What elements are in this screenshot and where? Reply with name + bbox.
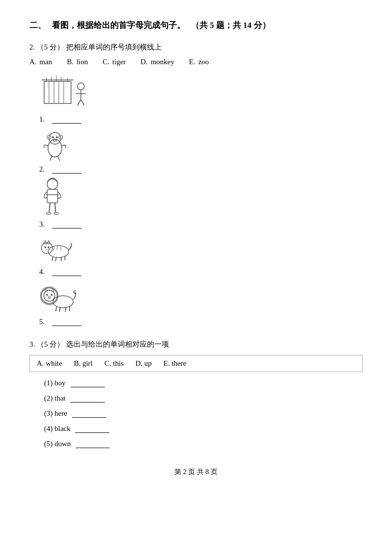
fill-item-5: (5) down — [44, 440, 363, 448]
question-2-label: 2. （5 分） 把相应单词的序号填到横线上 — [29, 43, 363, 52]
svg-marker-37 — [47, 240, 50, 244]
image-item-4: 4. — [39, 232, 363, 276]
fill-answer-line-2[interactable] — [71, 395, 105, 403]
item-number-5: 5. — [39, 318, 49, 326]
fill-item-1: (1) boy — [44, 379, 363, 387]
question-3: 3. （5 分） 选出与给出的单词相对应的一项 A. white B. girl… — [29, 340, 363, 448]
svg-point-21 — [56, 136, 58, 138]
fill-item-3-word: here — [54, 409, 67, 417]
svg-point-23 — [53, 140, 54, 141]
option-e-zoo: E. zoo — [189, 58, 209, 66]
section-number: 二、 — [29, 20, 46, 31]
fill-item-4-number: (4) — [44, 425, 53, 432]
question-2: 2. （5 分） 把相应单词的序号填到横线上 A. man B. lion C.… — [29, 43, 363, 330]
svg-point-52 — [50, 294, 52, 296]
question-2-options: A. man B. lion C. tiger D. monkey E. zoo — [29, 58, 363, 66]
q3-option-c: C. this — [104, 359, 123, 368]
zoo-image — [39, 74, 93, 113]
section-score: （共 5 题；共 14 分） — [191, 20, 270, 31]
svg-point-11 — [77, 83, 84, 90]
answer-line-2[interactable] — [52, 165, 81, 174]
svg-point-20 — [52, 136, 54, 138]
svg-point-53 — [48, 296, 51, 298]
fill-answer-line-1[interactable] — [71, 379, 105, 387]
item-number-3: 3. — [39, 220, 49, 228]
svg-rect-0 — [44, 81, 71, 103]
fill-item-1-word: boy — [54, 379, 66, 387]
svg-point-60 — [74, 291, 76, 294]
fill-answer-line-4[interactable] — [75, 425, 109, 433]
item-number-4: 4. — [39, 268, 49, 276]
svg-point-24 — [55, 140, 56, 141]
svg-marker-36 — [44, 240, 47, 244]
fill-item-4: (4) black — [44, 425, 363, 433]
svg-line-41 — [57, 246, 58, 250]
svg-line-42 — [61, 246, 61, 251]
question-3-options-box: A. white B. girl C. this D. up E. there — [29, 355, 363, 372]
q3-option-a: A. white — [37, 359, 62, 368]
answer-line-5[interactable] — [52, 317, 81, 326]
svg-point-38 — [45, 247, 47, 249]
fill-item-list: (1) boy (2) that (3) here (4) black (5) … — [44, 379, 363, 448]
svg-line-45 — [61, 257, 62, 261]
fill-item-2: (2) that — [44, 394, 363, 403]
question-3-label: 3. （5 分） 选出与给出的单词相对应的一项 — [29, 340, 363, 349]
tiger-image — [39, 232, 74, 266]
option-c-tiger: C. tiger — [103, 58, 126, 66]
image-item-1: 1. — [39, 74, 363, 124]
item-number-2: 2. — [39, 165, 49, 174]
svg-line-15 — [81, 100, 84, 105]
answer-line-1[interactable] — [52, 115, 81, 124]
svg-line-44 — [55, 257, 56, 261]
fill-item-3-number: (3) — [44, 409, 53, 417]
svg-line-31 — [55, 203, 56, 213]
q3-option-d: D. up — [135, 359, 151, 368]
svg-point-39 — [48, 247, 50, 249]
section-title: 看图，根据给出的首字母完成句子。 — [52, 20, 185, 31]
fill-answer-line-5[interactable] — [75, 440, 110, 448]
man-image — [39, 177, 66, 219]
lion-image — [39, 280, 76, 316]
fill-item-2-word: that — [54, 394, 66, 402]
image-item-3: 3. — [39, 177, 363, 228]
q3-option-e: E. there — [164, 359, 187, 368]
svg-line-14 — [77, 100, 81, 105]
section-header: 二、 看图，根据给出的首字母完成句子。 （共 5 题；共 14 分） — [29, 20, 363, 31]
fill-item-4-word: black — [54, 425, 70, 432]
svg-line-58 — [65, 307, 66, 312]
page-footer: 第 2 页 共 8 页 — [29, 468, 363, 477]
svg-point-33 — [54, 212, 59, 214]
image-item-2: 2. — [39, 127, 363, 174]
fill-item-2-number: (2) — [44, 394, 53, 402]
fill-item-3: (3) here — [44, 409, 363, 418]
svg-line-56 — [56, 307, 57, 311]
svg-line-43 — [52, 257, 53, 261]
image-item-list: 1. — [39, 74, 363, 330]
svg-point-35 — [41, 243, 52, 254]
svg-rect-28 — [47, 189, 57, 202]
option-d-monkey: D. monkey — [141, 58, 174, 66]
svg-line-55 — [53, 298, 54, 301]
fill-answer-line-3[interactable] — [72, 410, 106, 418]
option-b-lion: B. lion — [67, 58, 88, 66]
q3-option-b: B. girl — [74, 359, 93, 368]
svg-line-57 — [59, 307, 60, 312]
image-item-5: 5. — [39, 280, 363, 326]
fill-item-5-number: (5) — [44, 440, 53, 448]
svg-point-51 — [46, 294, 48, 296]
fill-item-1-number: (1) — [44, 379, 53, 387]
svg-line-30 — [49, 203, 50, 213]
option-a-man: A. man — [29, 58, 52, 66]
svg-point-27 — [47, 179, 57, 189]
monkey-image — [39, 127, 71, 164]
answer-line-4[interactable] — [52, 267, 81, 276]
item-number-1: 1. — [39, 115, 49, 124]
page-info: 第 2 页 共 8 页 — [174, 468, 218, 476]
svg-line-26 — [58, 156, 60, 161]
svg-line-40 — [53, 247, 54, 251]
fill-item-5-word: down — [54, 440, 71, 448]
svg-line-25 — [50, 156, 52, 161]
svg-point-32 — [46, 212, 51, 214]
answer-line-3[interactable] — [52, 220, 81, 228]
